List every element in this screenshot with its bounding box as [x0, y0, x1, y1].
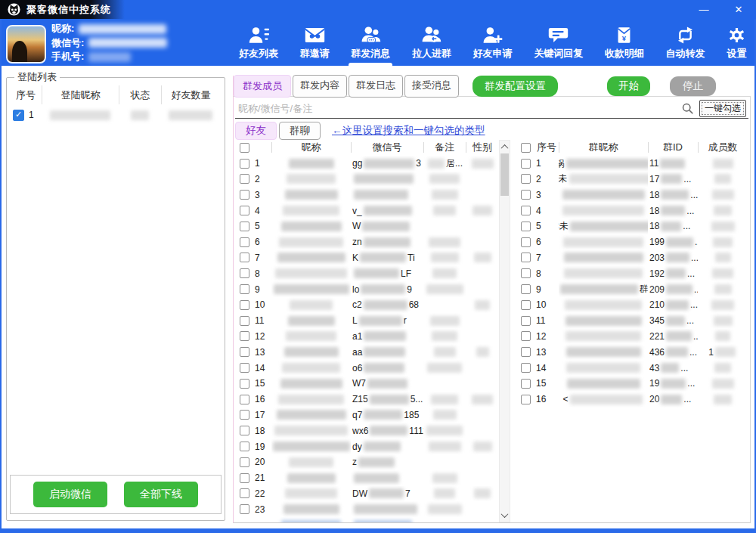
row-checkbox[interactable]: [240, 395, 249, 404]
type-hint-link[interactable]: ←这里设置搜索和一键勾选的类型: [332, 124, 485, 138]
nav-item-label: 好友申请: [473, 47, 513, 60]
scroll-down-button[interactable]: [500, 510, 510, 521]
redacted-text: [570, 395, 643, 404]
login-row-checkbox[interactable]: [13, 110, 24, 121]
row-checkbox[interactable]: [240, 253, 249, 262]
tab-receive-message[interactable]: 接受消息: [404, 75, 459, 98]
nav-item-payment-detail[interactable]: ¥收款明细: [602, 19, 647, 66]
start-button[interactable]: 开始: [607, 76, 650, 96]
stop-button[interactable]: 停止: [670, 76, 716, 96]
redacted-text: [354, 174, 414, 184]
row-checkbox[interactable]: [521, 206, 531, 215]
check-all-button[interactable]: 一键勾选: [699, 100, 746, 117]
row-checkbox[interactable]: [240, 268, 249, 278]
row-checkbox[interactable]: [240, 190, 249, 200]
row-checkbox[interactable]: [521, 316, 531, 326]
nav-item-settings[interactable]: 设置: [723, 19, 750, 66]
row-checkbox[interactable]: [240, 473, 249, 483]
groups-row-name: [559, 329, 648, 345]
nav-item-mass-message[interactable]: 群发消息: [348, 19, 393, 66]
type-tab-groups[interactable]: 群聊: [279, 122, 321, 140]
text-fragment: L: [352, 315, 358, 326]
nav-item-friend-request[interactable]: 好友申请: [470, 19, 516, 66]
row-checkbox[interactable]: [240, 504, 249, 514]
text-fragment: 11: [649, 158, 658, 169]
row-checkbox[interactable]: [521, 268, 531, 278]
friends-row-note: [423, 407, 466, 423]
friends-column-header: 性别: [466, 140, 499, 156]
mass-send-config-button[interactable]: 群发配置设置: [472, 76, 558, 97]
minimize-button[interactable]: —: [686, 0, 721, 19]
row-checkbox[interactable]: [521, 190, 531, 200]
row-checkbox[interactable]: [240, 316, 249, 326]
row-checkbox[interactable]: [240, 488, 249, 498]
scroll-up-button[interactable]: [500, 141, 510, 153]
row-checkbox[interactable]: [521, 174, 531, 184]
nav-item-pull-into-group[interactable]: 拉人进群: [409, 19, 454, 66]
row-checkbox[interactable]: [240, 159, 249, 169]
row-checkbox[interactable]: [521, 379, 531, 389]
row-checkbox[interactable]: [521, 300, 531, 310]
row-checkbox[interactable]: [240, 174, 249, 184]
friends-row-wechat-id: W7: [351, 376, 423, 392]
row-checkbox[interactable]: [521, 395, 531, 404]
row-checkbox[interactable]: [240, 284, 249, 294]
redacted-text: [361, 284, 405, 294]
nav-item-keyword-reply[interactable]: 关键词回复: [531, 19, 586, 66]
nav-item-label: 收款明细: [605, 47, 644, 60]
redacted-text: [712, 268, 733, 278]
redacted-text: [666, 284, 692, 294]
redacted-text: [666, 253, 689, 262]
nav-item-group-invite[interactable]: 群邀请: [297, 19, 333, 66]
row-checkbox[interactable]: [240, 237, 249, 247]
row-checkbox[interactable]: [521, 284, 531, 294]
select-all-checkbox[interactable]: [240, 143, 249, 153]
row-checkbox[interactable]: [521, 331, 531, 341]
groups-select-all-checkbox[interactable]: [521, 143, 531, 153]
row-checkbox[interactable]: [240, 426, 249, 435]
login-column-header: 登陆昵称: [42, 85, 119, 104]
groups-row-id: 20...: [648, 392, 698, 407]
row-checkbox[interactable]: [521, 237, 531, 247]
row-checkbox[interactable]: [240, 410, 249, 420]
row-checkbox[interactable]: [240, 379, 249, 389]
row-checkbox[interactable]: [521, 159, 531, 169]
nav-item-auto-forward[interactable]: 自动转发: [662, 19, 708, 66]
groups-row-name: <未: [559, 172, 648, 187]
scrollbar-thumb[interactable]: [500, 153, 509, 196]
row-checkbox[interactable]: [240, 363, 249, 373]
tab-mass-members[interactable]: 群发成员: [234, 75, 291, 98]
row-checkbox[interactable]: [240, 331, 249, 341]
tab-mass-content[interactable]: 群发内容: [293, 75, 347, 98]
tab-mass-log[interactable]: 群发日志: [349, 75, 403, 98]
start-wechat-button[interactable]: 启动微信: [33, 482, 107, 507]
row-checkbox[interactable]: [521, 347, 531, 357]
search-input[interactable]: [235, 101, 681, 116]
redacted-text: [364, 206, 412, 215]
all-offline-button[interactable]: 全部下线: [124, 482, 198, 507]
redacted-text: [661, 363, 679, 373]
row-checkbox[interactable]: [521, 253, 531, 262]
friends-row-index: 9: [253, 281, 271, 297]
login-column-header: 状态: [119, 85, 161, 104]
row-checkbox[interactable]: [240, 222, 249, 231]
redacted-text: [285, 488, 337, 498]
close-button[interactable]: ✕: [721, 0, 756, 19]
nav-item-label: 群邀请: [300, 47, 330, 60]
groups-row-name: [559, 187, 648, 203]
groups-column-header: 群昵称: [559, 140, 648, 156]
row-checkbox[interactable]: [240, 300, 249, 310]
nav-item-label: 群发消息: [351, 47, 390, 60]
login-column-header: 序号: [10, 85, 42, 104]
text-fragment: ...: [690, 190, 698, 200]
nav-item-friend-list[interactable]: 好友列表: [236, 19, 281, 66]
friends-table-scrollbar[interactable]: [499, 140, 510, 522]
friends-row-checkbox-cell: [235, 250, 253, 266]
row-checkbox[interactable]: [240, 206, 249, 215]
type-tab-friends[interactable]: 好友: [235, 122, 277, 140]
row-checkbox[interactable]: [240, 442, 249, 451]
row-checkbox[interactable]: [240, 457, 249, 467]
row-checkbox[interactable]: [240, 347, 249, 357]
row-checkbox[interactable]: [521, 222, 531, 231]
row-checkbox[interactable]: [521, 363, 531, 373]
